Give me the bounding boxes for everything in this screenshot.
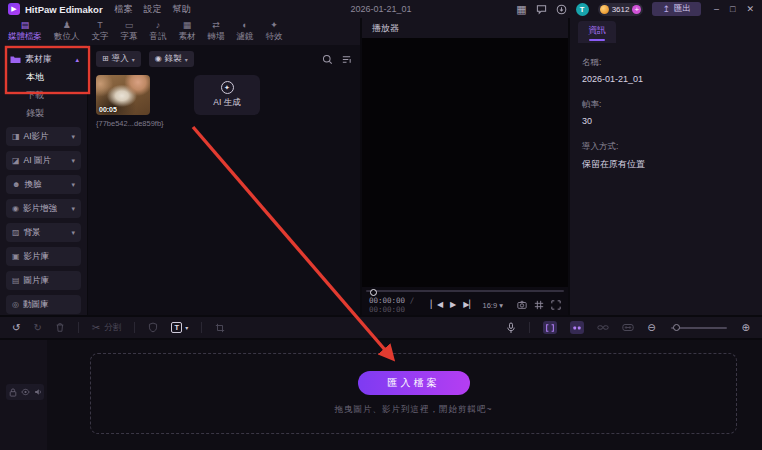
sidebar-item-face-swap[interactable]: ☻換臉▾ [6,175,81,194]
sidebar-item-video-library[interactable]: ▣影片庫 [6,247,81,266]
tab-audio[interactable]: ♪音訊 [144,21,173,43]
sidebar-item-video-enhance[interactable]: ◉影片增強▾ [6,199,81,218]
next-frame-icon[interactable]: ▶▏ [463,301,475,309]
maximize-button[interactable]: □ [730,4,735,14]
delete-icon[interactable] [55,322,65,333]
tab-text[interactable]: T文字 [86,21,115,43]
record-dropdown-button[interactable]: ◉ 錄製 ▾ [149,51,194,67]
zoom-out-icon[interactable]: ⊖ [647,323,655,333]
safe-area-grid-icon[interactable] [534,300,544,310]
media-clip-item[interactable]: 00:05 {77be542...de859fb} [96,75,168,128]
timeline-zoom-slider[interactable] [671,327,727,329]
tab-digital-human[interactable]: ♟數位人 [48,21,86,43]
export-button[interactable]: ↥ 匯出 [652,2,701,16]
menu-settings[interactable]: 設定 [144,3,162,16]
microphone-icon[interactable] [506,322,516,334]
seek-bar[interactable] [366,290,564,292]
text-tool-button[interactable]: T ▾ [171,322,188,333]
player-panel: 播放器 00:00:00 / 00:00:00 ▏◀ ▶ ▶▏ 16:9 ▾ [362,18,568,315]
clip-thumbnail[interactable]: 00:05 [96,75,150,115]
background-icon: ▨ [12,229,20,237]
sidebar-item-ai-image[interactable]: ◪AI 圖片▾ [6,151,81,170]
add-coins-icon[interactable]: + [632,5,641,14]
snap-icon[interactable] [543,321,557,334]
collapse-icon[interactable]: ▴ [75,56,79,64]
link-icon[interactable] [597,323,609,332]
aspect-ratio-selector[interactable]: 16:9 ▾ [483,301,503,310]
mute-icon[interactable] [34,388,42,396]
timeline-dropzone[interactable]: 匯入檔案 拖曳圖片、影片到這裡，開始剪輯吧~ [90,353,737,434]
clip-duration: 00:05 [99,106,117,113]
lock-icon[interactable] [9,388,17,397]
menu-file[interactable]: 檔案 [115,3,133,16]
search-icon[interactable] [322,54,333,65]
fit-timeline-icon[interactable] [622,323,634,332]
folder-icon [10,55,21,64]
tab-effects[interactable]: ✦特效 [260,21,289,43]
user-avatar[interactable]: T [576,3,589,16]
ai-generate-card[interactable]: ✦ AI 生成 [194,75,260,115]
time-current: 00:00:00 [369,296,405,305]
shield-icon[interactable] [148,322,158,333]
sidebar-item-local[interactable]: 本地 [0,68,87,86]
ai-image-icon: ◪ [12,157,20,165]
eye-icon[interactable] [21,388,30,396]
import-dropdown-button[interactable]: ⊞ 導入 ▾ [96,51,141,67]
info-field-framerate: 幀率: 30 [582,99,750,126]
tab-subtitles[interactable]: ▭字幕 [115,21,144,43]
audio-icon: ♪ [156,21,161,30]
split-button[interactable]: ✂ 分割 [92,322,121,334]
tab-stickers[interactable]: ▦素材 [173,21,202,43]
sidebar-item-library[interactable]: 素材庫 ▴ [0,51,87,68]
timeline-area: 匯入檔案 拖曳圖片、影片到這裡，開始剪輯吧~ [0,340,762,450]
field-label: 名稱: [582,57,750,69]
tab-label: 濾鏡 [237,31,254,43]
sidebar-item-ai-video[interactable]: ◨AI影片▾ [6,127,81,146]
coins-count: 3612 [612,5,630,14]
zoom-in-icon[interactable]: ⊕ [742,323,750,333]
sort-list-icon[interactable] [341,54,352,65]
coins-badge[interactable]: 3612 + [598,3,644,16]
snapshot-icon[interactable] [517,300,527,310]
minimize-button[interactable]: – [714,4,719,14]
logo-glyph: ▶ [11,5,16,13]
seek-handle[interactable] [370,289,377,296]
play-icon[interactable]: ▶ [450,301,456,309]
video-library-icon: ▣ [12,253,20,261]
sidebar-item-background[interactable]: ▨背景▾ [6,223,81,242]
tab-label: 特效 [266,31,283,43]
layout-icon[interactable]: ▦ [516,4,526,15]
prev-frame-icon[interactable]: ▏◀ [431,301,443,309]
close-button[interactable]: ✕ [746,4,754,14]
export-label: 匯出 [674,3,691,15]
menu-help[interactable]: 幫助 [173,3,191,16]
sidebar-item-image-library[interactable]: ▤圖片庫 [6,271,81,290]
import-files-button[interactable]: 匯入檔案 [358,371,470,395]
import-label: 導入 [112,53,129,65]
zoom-slider-handle[interactable] [673,324,680,331]
tab-info[interactable]: 資訊 [578,21,616,43]
sidebar-item-gif-library[interactable]: ◎動圖庫 [6,295,81,314]
tab-label: 媒體檔案 [8,31,42,43]
track-header-column [0,340,47,450]
sidebar-item-recordings[interactable]: 錄製 [0,104,87,122]
feedback-icon[interactable] [536,4,547,15]
redo-icon[interactable]: ↻ [33,323,41,333]
magnet-icon[interactable] [570,321,584,334]
download-icon[interactable] [556,4,567,15]
chevron-down-icon: ▾ [71,157,75,165]
filters-icon: ◐ [242,21,247,30]
clip-filename: {77be542...de859fb} [96,119,168,128]
chevron-down-icon: ▾ [71,229,75,237]
text-tool-icon: T [171,322,182,333]
crop-icon[interactable] [215,323,225,333]
fullscreen-icon[interactable] [551,300,561,310]
tab-filters[interactable]: ◐濾鏡 [231,21,260,43]
chevron-down-icon: ▾ [132,56,135,63]
undo-icon[interactable]: ↺ [12,323,20,333]
sidebar-item-downloads[interactable]: 下載 [0,86,87,104]
tab-media-files[interactable]: ▤媒體檔案 [2,21,48,43]
item-label: 影片增強 [23,203,68,215]
tab-transitions[interactable]: ⇄轉場 [202,21,231,43]
record-icon: ◉ [155,55,162,63]
